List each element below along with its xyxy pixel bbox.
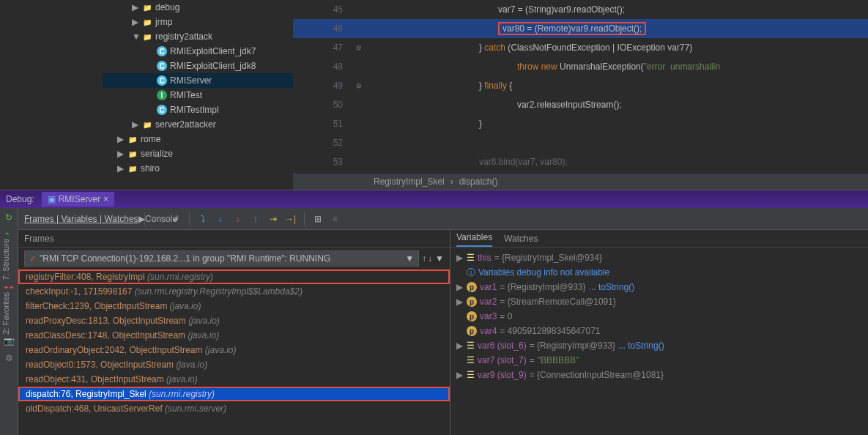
breadcrumb-method[interactable]: dispatch(): [459, 176, 498, 187]
settings-icon[interactable]: ⚙: [2, 352, 15, 365]
step-out-icon[interactable]: ↑: [248, 212, 263, 226]
tree-label: jrmp: [155, 17, 172, 27]
expand-icon[interactable]: ▶: [117, 134, 125, 144]
expand-icon[interactable]: ▶: [456, 297, 464, 307]
param-icon: p: [467, 282, 477, 292]
variable-row[interactable]: p var4 = 4905912898345647071: [453, 324, 865, 338]
expand-icon[interactable]: ▼: [132, 31, 139, 42]
stack-frame[interactable]: readObject0:1573, ObjectInputStream (jav…: [18, 357, 450, 372]
editor-line[interactable]: 50var2.releaseInputStream();: [293, 95, 868, 114]
tree-label: rome: [141, 134, 160, 144]
code-editor[interactable]: 45var7 = (String)var9.readObject();46var…: [293, 0, 868, 190]
tree-item[interactable]: CRMIExploitClient_jdk7: [103, 44, 293, 59]
dropdown-icon[interactable]: ▼: [405, 253, 414, 264]
stack-frame[interactable]: registryFilter:408, RegistryImpl (sun.rm…: [18, 269, 450, 284]
class-icon: C: [157, 46, 167, 56]
stack-frame[interactable]: readObject:431, ObjectInputStream (java.…: [18, 372, 450, 387]
tree-item[interactable]: ▶📁shiro: [103, 161, 293, 176]
editor-line[interactable]: 46var80 = (Remote)var9.readObject();: [293, 19, 868, 38]
tree-item[interactable]: ▶📁debug: [103, 0, 293, 15]
watches-tab[interactable]: Watches: [504, 234, 538, 247]
stack-frame[interactable]: filterCheck:1239, ObjectInputStream (jav…: [18, 299, 450, 313]
force-step-icon[interactable]: ↓: [231, 212, 245, 226]
tree-item[interactable]: CRMIExploitClient_jdk8: [103, 59, 293, 73]
variable-row[interactable]: ▶☰ var9 (slot_9) = {ConnectionInputStrea…: [453, 368, 865, 382]
tree-label: RMIExploitClient_jdk7: [170, 46, 256, 56]
variable-row[interactable]: ☰ var7 (slot_7) = "BBBBBB": [453, 353, 865, 368]
fold-icon[interactable]: ⊖: [352, 44, 366, 51]
tree-item[interactable]: IRMITest: [103, 88, 293, 103]
stack-frame[interactable]: oldDispatch:468, UnicastServerRef (sun.r…: [18, 401, 450, 416]
editor-line[interactable]: 52: [293, 133, 868, 152]
tree-item[interactable]: ▶📁server2attacker: [103, 117, 293, 132]
stack-frame[interactable]: readOrdinaryObject:2042, ObjectInputStre…: [18, 343, 450, 357]
tree-item[interactable]: ▶📁rome: [103, 132, 293, 146]
evaluate-icon[interactable]: ⊞: [311, 212, 325, 226]
expand-icon[interactable]: ▶: [117, 163, 125, 174]
breadcrumb-class[interactable]: RegistryImpl_Skel: [374, 176, 445, 187]
more-icon[interactable]: ≡: [328, 212, 343, 226]
expand-icon[interactable]: ▶: [117, 149, 125, 159]
class-icon: C: [157, 61, 167, 71]
variables-tab[interactable]: Variables: [456, 232, 492, 247]
line-number: 49: [293, 81, 352, 91]
project-tree[interactable]: ▶📁debug▶📁jrmp▼📁registry2attackCRMIExploi…: [0, 0, 293, 190]
line-number: 52: [293, 138, 352, 148]
variable-row[interactable]: ▶p var1 = {RegistryImpl@933} ... toStrin…: [453, 280, 865, 294]
favorites-tab[interactable]: 2: Favorites: [0, 288, 15, 338]
editor-line[interactable]: 47⊖} catch (ClassNotFoundException | IOE…: [293, 38, 868, 57]
editor-line[interactable]: 49⊖} finally {: [293, 76, 868, 95]
line-number: 50: [293, 100, 352, 110]
param-icon: p: [467, 311, 477, 321]
stack-frame[interactable]: checkInput:-1, 1715998167 (sun.rmi.regis…: [18, 284, 450, 299]
module-icon: ▣: [48, 194, 56, 204]
tree-item[interactable]: CRMITestImpl: [103, 103, 293, 117]
expand-icon[interactable]: ▶: [456, 370, 464, 380]
tree-label: RMITestImpl: [170, 105, 219, 115]
thread-selector[interactable]: ✓ "RMI TCP Connection(1)-192.168.2...1 i…: [24, 250, 419, 267]
editor-line[interactable]: 53var6.bind(var7, var80);: [293, 152, 868, 171]
tree-label: shiro: [141, 163, 160, 174]
expand-icon[interactable]: ▶: [132, 2, 139, 12]
structure-tab[interactable]: 7: Structure: [0, 234, 15, 285]
fold-icon[interactable]: ⊖: [352, 82, 366, 89]
return-icon[interactable]: ↲: [168, 212, 183, 226]
expand-icon[interactable]: ▶: [132, 119, 139, 130]
next-frame-icon[interactable]: ↓: [428, 253, 432, 264]
variable-row[interactable]: p var3 = 0: [453, 309, 865, 324]
expand-icon[interactable]: ▶: [456, 282, 464, 292]
editor-line[interactable]: 51}: [293, 114, 868, 133]
tree-item[interactable]: ▼📁registry2attack: [103, 29, 293, 44]
stack-frame[interactable]: readProxyDesc:1813, ObjectInputStream (j…: [18, 313, 450, 328]
console-tab[interactable]: ▶ Console: [151, 212, 166, 226]
editor-line[interactable]: 48throw new UnmarshalException("error un…: [293, 57, 868, 76]
step-into-icon[interactable]: ↓: [213, 212, 228, 226]
expand-icon[interactable]: ▶: [132, 17, 139, 27]
variable-row[interactable]: ⓘ Variables debug info not available: [453, 265, 865, 280]
rerun-icon[interactable]: ↻: [2, 211, 15, 224]
tree-item[interactable]: ▶📁jrmp: [103, 15, 293, 29]
expand-icon[interactable]: ▶: [456, 253, 464, 263]
prev-frame-icon[interactable]: ↑: [422, 253, 426, 264]
breadcrumb[interactable]: RegistryImpl_Skel › dispatch(): [293, 174, 868, 190]
drop-frame-icon[interactable]: ⇥: [266, 212, 281, 226]
stack-frame[interactable]: dispatch:76, RegistryImpl_Skel (sun.rmi.…: [18, 387, 450, 401]
variable-row[interactable]: ▶p var2 = {StreamRemoteCall@1091}: [453, 294, 865, 309]
step-over-icon[interactable]: ⤵: [196, 212, 210, 226]
debug-tabs-label[interactable]: Frames | Variables | Watches: [24, 214, 138, 224]
tree-item[interactable]: CRMIServer: [103, 73, 293, 88]
filter-icon[interactable]: ▼: [435, 253, 444, 264]
run-cursor-icon[interactable]: →|: [283, 212, 298, 226]
expand-icon[interactable]: ▶: [456, 341, 464, 351]
variable-row[interactable]: ▶☰ this = {RegistryImpl_Skel@934}: [453, 250, 865, 265]
close-icon[interactable]: ×: [103, 194, 108, 204]
editor-line[interactable]: 45var7 = (String)var9.readObject();: [293, 0, 868, 19]
tree-label: server2attacker: [155, 119, 216, 130]
field-icon: ☰: [467, 341, 475, 351]
debug-run-tab[interactable]: ▣ RMIServer ×: [42, 192, 114, 207]
tree-item[interactable]: ▶📁serialize: [103, 146, 293, 161]
stack-frame[interactable]: readClassDesc:1748, ObjectInputStream (j…: [18, 328, 450, 343]
check-icon: ✓: [29, 253, 37, 264]
variable-row[interactable]: ▶☰ var6 (slot_6) = {RegistryImpl@933} ..…: [453, 338, 865, 353]
field-icon: ☰: [467, 355, 475, 365]
